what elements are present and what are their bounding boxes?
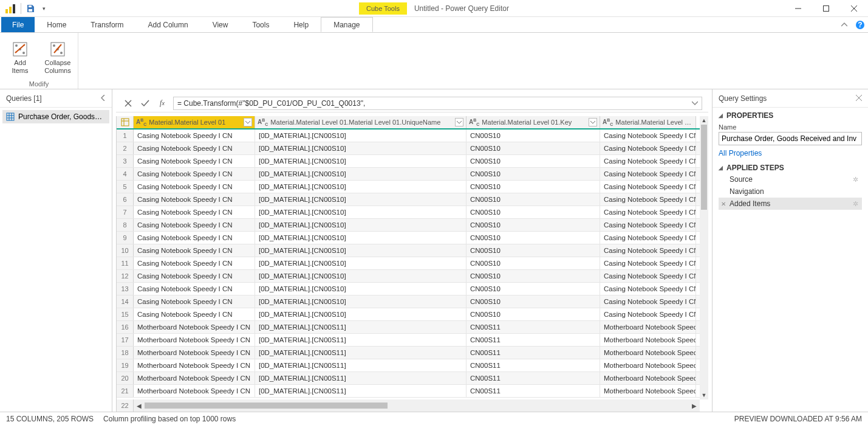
cell[interactable]: CN00S10 [466,232,600,244]
table-row[interactable]: 11Casing Notebook Speedy I CN[0D_MATERIA… [117,257,700,270]
table-row[interactable]: 12Casing Notebook Speedy I CN[0D_MATERIA… [117,270,700,283]
cell[interactable]: Casing Notebook Speedy I CN [600,295,696,308]
formula-commit-button[interactable] [139,97,151,109]
table-row[interactable]: 4Casing Notebook Speedy I CN[0D_MATERIAL… [117,168,700,181]
cell[interactable]: CN00S10 [466,142,600,154]
cell[interactable]: Casing Notebook Speedy I CN [600,181,696,193]
cell[interactable]: [0D_MATERIAL].[CN00S10] [255,244,466,257]
cell[interactable]: [0D_MATERIAL].[CN00S10] [255,155,466,167]
cell[interactable]: Motherboard Notebook Speedy I CN [134,321,255,333]
cell[interactable]: CN00S10 [466,270,600,282]
tab-transform[interactable]: Transform [78,17,135,32]
cell[interactable]: CN00S10 [466,283,600,295]
cell[interactable]: CN00S11 [466,372,600,384]
scroll-right-arrow-icon[interactable]: ▶ [689,401,700,410]
table-row[interactable]: 10Casing Notebook Speedy I CN[0D_MATERIA… [117,244,700,257]
cell[interactable]: CN00S11 [466,359,600,371]
formula-input[interactable]: = Cube.Transform(#"$0D_PU_C01/OD_PU_C01_… [173,97,702,110]
cell[interactable]: Casing Notebook Speedy I CN [134,193,255,206]
cell[interactable]: Casing Notebook Speedy I CN [600,244,696,257]
cell[interactable]: Casing Notebook Speedy I CN [134,181,255,193]
cell[interactable]: CN00S10 [466,244,600,257]
cell[interactable]: [0D_MATERIAL].[CN00S10] [255,130,466,142]
cell[interactable]: Casing Notebook Speedy I CN [134,308,255,320]
cell[interactable]: Casing Notebook Speedy I CN [600,130,696,142]
cell[interactable]: [0D_MATERIAL].[CN00S10] [255,142,466,154]
tab-view[interactable]: View [200,17,241,32]
cell[interactable]: Casing Notebook Speedy I CN [600,142,696,154]
tab-file[interactable]: File [1,17,35,32]
cell[interactable]: Casing Notebook Speedy I CN [600,308,696,320]
ribbon-collapse-button[interactable] [836,17,852,32]
horizontal-scroll-thumb[interactable] [145,403,388,409]
cell[interactable]: Casing Notebook Speedy I CN [600,155,696,167]
column-filter-button[interactable] [455,118,463,126]
column-filter-button[interactable] [589,118,597,126]
save-button[interactable] [24,2,37,15]
applied-step-source[interactable]: Source ✲ [719,173,862,185]
cell[interactable]: [0D_MATERIAL].[CN00S10] [255,257,466,269]
fx-icon[interactable]: fx [156,97,168,109]
cell[interactable]: Motherboard Notebook Speec [600,321,696,333]
cell[interactable]: CN00S11 [466,321,600,333]
table-row[interactable]: 6Casing Notebook Speedy I CN[0D_MATERIAL… [117,193,700,206]
cell[interactable]: CN00S10 [466,168,600,180]
cell[interactable]: Motherboard Notebook Speec [600,347,696,359]
cell[interactable]: Motherboard Notebook Speec [600,385,696,397]
rownum-header[interactable] [117,116,134,128]
cell[interactable]: [0D_MATERIAL].[CN00S10] [255,295,466,308]
cell[interactable]: CN00S11 [466,385,600,397]
scroll-up-arrow-icon[interactable]: ▲ [700,116,708,125]
cell[interactable]: Casing Notebook Speedy I CN [134,155,255,167]
table-row[interactable]: 16Motherboard Notebook Speedy I CN[0D_MA… [117,321,700,334]
cell[interactable]: Casing Notebook Speedy I CN [134,206,255,218]
applied-steps-heading[interactable]: ◢ APPLIED STEPS [719,164,862,172]
vertical-scrollbar[interactable]: ▲ ▼ [700,116,708,399]
cell[interactable]: CN00S11 [466,334,600,346]
table-row[interactable]: 14Casing Notebook Speedy I CN[0D_MATERIA… [117,295,700,308]
cell[interactable]: Motherboard Notebook Speedy I CN [134,372,255,384]
cell[interactable]: Casing Notebook Speedy I CN [600,232,696,244]
table-row[interactable]: 21Motherboard Notebook Speedy I CN[0D_MA… [117,385,700,398]
cell[interactable]: [0D_MATERIAL].[CN00S11] [255,334,466,346]
cell[interactable]: Motherboard Notebook Speedy I CN [134,359,255,371]
gear-icon[interactable]: ✲ [853,176,858,184]
table-row[interactable]: 13Casing Notebook Speedy I CN[0D_MATERIA… [117,283,700,295]
cell[interactable]: Casing Notebook Speedy I CN [600,168,696,180]
tab-manage[interactable]: Manage [321,17,372,32]
cell[interactable]: Motherboard Notebook Speedy I CN [134,385,255,397]
cell[interactable]: [0D_MATERIAL].[CN00S10] [255,232,466,244]
table-row[interactable]: 15Casing Notebook Speedy I CN[0D_MATERIA… [117,308,700,321]
table-row[interactable]: 9Casing Notebook Speedy I CN[0D_MATERIAL… [117,232,700,244]
table-row[interactable]: 5Casing Notebook Speedy I CN[0D_MATERIAL… [117,181,700,193]
help-icon[interactable]: ? [852,17,868,32]
applied-step-navigation[interactable]: Navigation [719,185,862,198]
tab-home[interactable]: Home [35,17,78,32]
cell[interactable]: Casing Notebook Speedy I CN [134,244,255,257]
tab-add-column[interactable]: Add Column [136,17,200,32]
window-maximize-button[interactable] [812,0,840,17]
formula-expand-button[interactable] [692,99,698,108]
table-row[interactable]: 7Casing Notebook Speedy I CN[0D_MATERIAL… [117,206,700,219]
cell[interactable]: Casing Notebook Speedy I CN [600,270,696,282]
table-row[interactable]: 17Motherboard Notebook Speedy I CN[0D_MA… [117,334,700,347]
cell[interactable]: Casing Notebook Speedy I CN [600,193,696,206]
column-header-2[interactable]: ABC Material.Material Level 01.Material … [255,116,466,128]
table-row[interactable]: 8Casing Notebook Speedy I CN[0D_MATERIAL… [117,219,700,232]
cell[interactable]: Casing Notebook Speedy I CN [600,206,696,218]
cell[interactable]: [0D_MATERIAL].[CN00S10] [255,193,466,206]
column-header-1[interactable]: ABC Material.Material Level 01 [134,116,255,128]
vertical-scroll-thumb[interactable] [701,125,707,210]
qat-customize-dropdown[interactable]: ▾ [37,2,50,15]
cell[interactable]: CN00S10 [466,219,600,231]
table-row[interactable]: 2Casing Notebook Speedy I CN[0D_MATERIAL… [117,142,700,155]
cell[interactable]: Casing Notebook Speedy I CN [134,295,255,308]
cell[interactable]: Casing Notebook Speedy I CN [134,130,255,142]
cell[interactable]: [0D_MATERIAL].[CN00S10] [255,308,466,320]
window-minimize-button[interactable] [784,0,812,17]
cell[interactable]: CN00S11 [466,347,600,359]
query-name-input[interactable] [719,132,862,145]
formula-cancel-button[interactable] [122,97,134,109]
cell[interactable]: CN00S10 [466,193,600,206]
horizontal-scrollbar[interactable]: ◀ ▶ [134,399,700,412]
